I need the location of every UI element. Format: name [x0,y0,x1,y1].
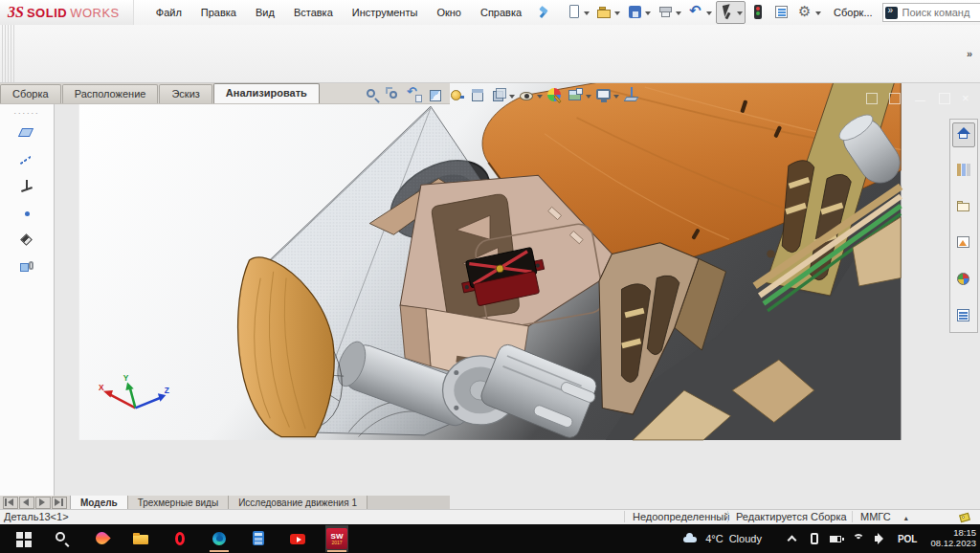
viewport-3d-canvas[interactable]: X Y Z [0,82,980,509]
sketch-line-icon[interactable] [18,151,35,168]
taskbar-button[interactable] [129,525,152,552]
graphics-viewport[interactable]: X Y Z [0,82,980,509]
ref-point-icon[interactable] [18,205,35,222]
feature-tree-strip [0,103,55,501]
units-selector[interactable]: ММГС▴ [852,511,947,522]
hud-button[interactable] [546,86,565,105]
toolbar-button[interactable] [746,1,769,24]
menu-item[interactable]: Справка [472,3,530,22]
speaker-icon[interactable] [873,531,888,546]
dropdown-caret-icon[interactable] [613,10,620,15]
task-pane-tab[interactable] [952,195,975,220]
weather-temp: 4°C [705,533,723,544]
doc-restore-icon[interactable] [866,93,878,104]
dropdown-caret-icon[interactable] [675,10,681,15]
taskbar-button[interactable] [247,525,270,552]
eye-icon [519,87,536,104]
document-tab[interactable]: Модель [71,496,128,509]
task-pane-tab[interactable] [952,304,975,329]
hud-button[interactable] [385,86,404,105]
origin-icon[interactable] [18,232,35,249]
dropdown-caret-icon[interactable] [736,10,743,15]
dropdown-caret-icon[interactable] [583,10,590,15]
document-tab[interactable]: Трехмерные виды [128,496,229,509]
coordinate-axes-icon[interactable] [18,178,35,195]
toolbar-button[interactable] [770,1,793,24]
task-pane-tab[interactable] [952,122,975,147]
hud-button[interactable] [490,86,516,105]
taskbar-button[interactable] [11,525,34,552]
hud-button[interactable] [364,86,383,105]
ref-plane-icon[interactable] [18,124,35,142]
tab-scroll-button[interactable] [19,497,34,509]
toolbar-button[interactable] [655,1,684,24]
toolbar-button[interactable] [685,1,715,24]
dropdown-caret-icon[interactable] [612,93,619,99]
toolbar-button[interactable] [563,1,592,24]
menu-item[interactable]: Вставка [285,3,342,22]
command-tab[interactable]: Эскиз [159,84,212,103]
doc-minimize-icon[interactable]: — [915,95,925,105]
drag-3d-icon [623,87,640,104]
document-switcher[interactable]: Сборк... [834,7,872,18]
doc-restore-down-icon[interactable] [939,93,950,104]
chevron-up-icon[interactable] [785,531,800,546]
language-indicator[interactable]: POL [898,534,918,544]
weather-widget[interactable]: 4°C Cloudy [682,530,762,547]
toolbar-button[interactable] [593,1,623,24]
title-bar: 3S SOLIDWORKS ФайлПравкаВидВставкаИнстру… [0,0,980,26]
command-tab[interactable]: Расположение [62,84,159,103]
hud-button[interactable] [567,86,592,105]
menu-item[interactable]: Вид [247,3,283,22]
doc-close-icon[interactable]: × [962,93,969,103]
hud-button[interactable] [594,86,620,105]
pin-menu-icon[interactable] [536,6,549,19]
toolbar-button[interactable] [716,1,746,24]
search-input[interactable] [901,6,980,19]
part-reference-icon[interactable] [18,258,35,276]
hud-button[interactable] [622,86,641,105]
hud-button[interactable] [406,86,425,105]
tab-scroll-button[interactable] [35,497,51,509]
weather-condition: Cloudy [729,533,762,544]
ribbon-overflow-button[interactable]: » [961,25,978,82]
taskbar-button[interactable] [168,525,191,552]
taskbar-button[interactable] [208,525,231,552]
dropdown-caret-icon[interactable] [508,93,515,99]
task-pane-tab[interactable] [952,268,975,293]
command-tab[interactable]: Сборка [0,84,61,103]
doc-restore-icon-2[interactable] [889,93,901,104]
menu-item[interactable]: Окно [428,3,470,22]
hud-button[interactable] [427,86,446,105]
tab-scroll-button[interactable] [3,497,18,509]
command-tab[interactable]: Анализировать [213,83,320,103]
wifi-icon[interactable] [851,531,866,546]
dropdown-caret-icon[interactable] [536,93,543,99]
custom-properties-icon [955,307,972,324]
dropdown-caret-icon[interactable] [814,10,821,15]
dropdown-caret-icon[interactable] [705,10,712,15]
task-pane-tab[interactable] [952,159,975,184]
battery-icon[interactable] [829,531,844,546]
task-pane-tab[interactable] [952,232,975,256]
toolbar-button[interactable] [624,1,654,24]
taskbar-clock[interactable]: 18:15 08.12.2023 [930,528,976,549]
new-doc-icon [566,4,583,21]
hud-button[interactable] [469,86,488,105]
menu-item[interactable]: Правка [192,3,245,22]
document-tab[interactable]: Исследование движения 1 [229,496,368,509]
taskbar-button-solidworks[interactable]: SW 2017 [325,525,348,552]
taskbar-button[interactable] [286,525,309,552]
constraint-status: Недоопределенный [624,511,732,522]
toolbar-button[interactable] [794,1,824,24]
hud-button[interactable] [518,86,544,105]
menu-item[interactable]: Файл [147,3,190,22]
tab-scroll-button[interactable] [52,497,67,509]
taskbar-button[interactable] [51,525,74,552]
dropdown-caret-icon[interactable] [585,93,591,99]
hud-button[interactable] [448,86,467,105]
dropdown-caret-icon[interactable] [644,10,651,15]
phone-icon[interactable] [807,531,822,546]
menu-item[interactable]: Инструменты [344,3,427,22]
taskbar-button[interactable] [90,525,113,552]
